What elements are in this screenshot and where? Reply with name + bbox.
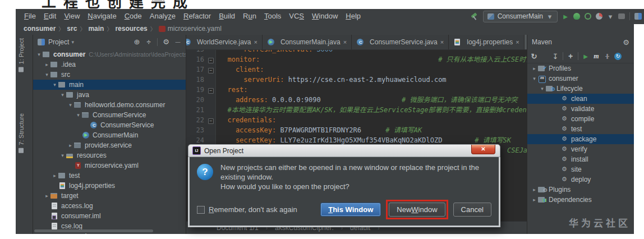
tree-row[interactable]: ConsumerService bbox=[33, 110, 186, 120]
menu-item[interactable]: Analyze bbox=[146, 12, 180, 20]
project-horizontal-scrollbar[interactable] bbox=[34, 229, 153, 232]
tree-row-arrow[interactable] bbox=[43, 72, 50, 77]
maven-toolbar-icon[interactable] bbox=[593, 52, 600, 61]
menu-item[interactable]: Help bbox=[342, 12, 365, 20]
menu-item[interactable]: Code bbox=[121, 12, 146, 20]
maven-tree-row[interactable]: package bbox=[527, 134, 634, 144]
maven-toolbar-icon[interactable] bbox=[531, 52, 537, 61]
tree-row-arrow[interactable] bbox=[67, 102, 74, 108]
tab-close-icon[interactable]: × bbox=[343, 39, 347, 45]
project-panel-title[interactable]: Project bbox=[48, 38, 69, 46]
tree-row[interactable]: helloworld.demo.consumer bbox=[33, 100, 186, 110]
stripe-project-button[interactable]: 1: Project bbox=[18, 38, 25, 72]
maven-tree-row[interactable]: clean bbox=[527, 94, 634, 104]
editor-tab[interactable]: ConsumerMain.java × bbox=[263, 35, 352, 49]
fold-marker[interactable] bbox=[206, 105, 216, 115]
fold-marker[interactable] bbox=[206, 125, 216, 135]
dialog-button[interactable]: New Window bbox=[389, 203, 445, 217]
menu-item[interactable]: Refactor bbox=[180, 12, 215, 20]
tree-row[interactable]: ConsumerService bbox=[33, 120, 186, 130]
breadcrumb-item[interactable]: main bbox=[88, 25, 104, 33]
debug-icon[interactable] bbox=[573, 13, 580, 20]
tree-row[interactable]: test bbox=[33, 171, 186, 181]
run-icon[interactable] bbox=[562, 13, 569, 20]
tree-row-arrow[interactable] bbox=[51, 173, 58, 178]
project-title-chevron[interactable] bbox=[69, 39, 76, 45]
close-icon[interactable]: ✕ bbox=[471, 145, 495, 154]
project-header-icon[interactable] bbox=[174, 39, 181, 45]
tree-row[interactable]: resources bbox=[33, 150, 186, 160]
tree-row[interactable]: consumer C:\Users\Administrator\IdeaProj… bbox=[33, 49, 186, 59]
tab-close-icon[interactable]: × bbox=[516, 39, 519, 45]
fold-marker[interactable] bbox=[206, 75, 216, 85]
tree-row[interactable]: ConsumerMain bbox=[33, 130, 186, 140]
profiler-chevron-icon[interactable] bbox=[607, 12, 614, 21]
maven-toolbar-icon[interactable] bbox=[552, 52, 559, 61]
maven-row-arrow[interactable] bbox=[531, 187, 538, 192]
tree-row[interactable]: log4j.properties bbox=[33, 181, 186, 191]
menu-item[interactable]: Navigate bbox=[84, 12, 120, 20]
menu-item[interactable]: VCS bbox=[285, 12, 308, 20]
maven-tree-row[interactable]: deploy bbox=[527, 174, 634, 185]
project-structure-icon[interactable] bbox=[634, 13, 642, 20]
tree-row-arrow[interactable] bbox=[75, 112, 82, 118]
tree-row[interactable]: provider.service bbox=[33, 140, 186, 150]
tree-row[interactable]: src bbox=[33, 70, 186, 80]
maven-toolbar-icon[interactable] bbox=[567, 52, 574, 61]
editor-tab[interactable]: WorldService.java × bbox=[186, 35, 263, 49]
maven-toolbar-icon[interactable] bbox=[604, 53, 610, 59]
remember-checkbox[interactable] bbox=[197, 206, 205, 214]
tree-row-arrow[interactable] bbox=[67, 143, 74, 148]
maven-tree-row[interactable]: Lifecycle bbox=[527, 84, 634, 94]
fold-marker[interactable] bbox=[206, 95, 216, 105]
project-header-icon[interactable] bbox=[157, 38, 158, 46]
maven-toolbar-icon[interactable] bbox=[582, 53, 589, 59]
tree-row-arrow[interactable] bbox=[35, 52, 43, 57]
tree-row[interactable]: access.log bbox=[33, 201, 186, 211]
maven-row-arrow[interactable] bbox=[531, 197, 538, 203]
tab-close-icon[interactable]: × bbox=[440, 39, 444, 45]
breadcrumb-item[interactable]: consumer bbox=[24, 25, 56, 33]
run-config-combo[interactable]: ConsumerMain bbox=[483, 11, 558, 22]
fold-marker[interactable] bbox=[206, 50, 216, 54]
maven-panel-title[interactable]: Maven bbox=[532, 38, 552, 46]
dialog-button[interactable]: Cancel bbox=[453, 203, 491, 217]
menu-item[interactable]: File bbox=[20, 12, 40, 20]
maven-tree-row[interactable]: compile bbox=[527, 114, 634, 124]
editor-tab[interactable]: log4j.properties × bbox=[449, 35, 525, 49]
menu-item[interactable]: Edit bbox=[40, 12, 60, 20]
build-hammer-icon[interactable] bbox=[470, 12, 479, 21]
editor-tab[interactable]: ConsumerService.java × bbox=[352, 35, 449, 49]
menu-item[interactable]: Build bbox=[215, 12, 239, 20]
remember-checkbox-label[interactable]: Remember, don't ask again bbox=[209, 205, 297, 214]
stripe-structure-button[interactable]: 7: Structure bbox=[18, 113, 25, 153]
project-header-icon[interactable] bbox=[134, 39, 140, 45]
breadcrumb-item[interactable]: resources bbox=[115, 25, 147, 33]
tree-row[interactable]: target bbox=[33, 191, 186, 201]
maven-row-arrow[interactable] bbox=[539, 86, 546, 91]
maven-row-arrow[interactable] bbox=[531, 66, 538, 71]
tree-row-arrow[interactable] bbox=[51, 82, 58, 88]
maven-tree-row[interactable]: Profiles bbox=[527, 63, 634, 73]
tree-row[interactable]: consumer.iml bbox=[33, 211, 186, 221]
tree-row[interactable]: java bbox=[33, 90, 186, 100]
maven-tree-row[interactable]: site bbox=[527, 164, 634, 174]
menu-item[interactable]: Run bbox=[239, 12, 260, 20]
tree-row-arrow[interactable] bbox=[43, 193, 50, 199]
tree-row-arrow[interactable] bbox=[59, 92, 66, 98]
maven-row-arrow[interactable] bbox=[531, 76, 538, 81]
maven-tree-row[interactable]: validate bbox=[527, 104, 634, 114]
fold-marker[interactable] bbox=[206, 54, 216, 65]
dialog-title-bar[interactable]: IJ Open Project ✕ bbox=[188, 144, 500, 157]
maven-tree-row[interactable]: Plugins bbox=[527, 185, 634, 195]
project-header-icon[interactable] bbox=[145, 39, 152, 45]
menu-item[interactable]: Window bbox=[308, 12, 342, 20]
fold-marker[interactable] bbox=[206, 85, 216, 95]
maven-tree-row[interactable]: test bbox=[527, 124, 634, 134]
maven-tree-row[interactable]: Dependencies bbox=[527, 195, 634, 205]
breadcrumb-item[interactable]: src bbox=[67, 25, 77, 33]
maven-tree-row[interactable]: consumer bbox=[527, 73, 634, 84]
maven-toolbar-icon[interactable] bbox=[563, 52, 563, 60]
maven-settings-gear-icon[interactable] bbox=[623, 38, 629, 47]
tree-row-arrow[interactable] bbox=[59, 153, 66, 158]
